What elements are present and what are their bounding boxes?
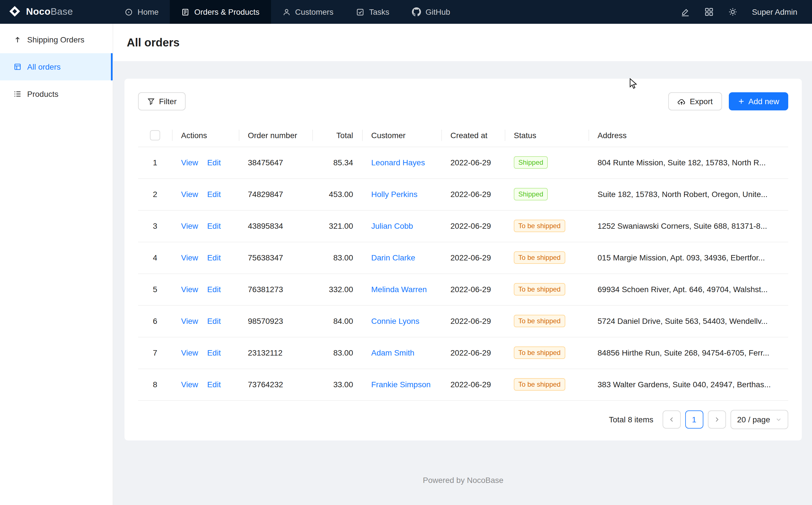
row-index-cell: 3 [138,210,172,242]
top-navbar: NocoBase Home Orders & Products [0,0,812,24]
customer-link[interactable]: Melinda Warren [371,285,427,294]
address-cell: 5724 Daniel Drive, Suite 563, 54403, Wen… [588,305,788,337]
pagination-total: Total 8 items [609,415,653,424]
status-cell: To be shipped [505,368,588,400]
status-cell: To be shipped [505,305,588,337]
prev-page-button[interactable] [662,410,681,428]
next-page-button[interactable] [708,410,726,428]
apps-grid-icon[interactable] [705,7,714,16]
settings-gear-icon[interactable] [728,7,737,16]
row-index: 3 [153,221,157,230]
edit-link[interactable]: Edit [207,317,221,326]
status-cell: To be shipped [505,242,588,274]
customer-cell: Melinda Warren [362,274,441,305]
customer-link[interactable]: Darin Clarke [371,253,415,262]
table-body: 1 View Edit 38475647 85.34 Leonard Hayes… [138,147,788,400]
customer-link[interactable]: Leonard Hayes [371,158,425,167]
total-cell: 85.34 [312,147,362,178]
sidebar-item-all-orders[interactable]: All orders [0,53,112,80]
view-link[interactable]: View [181,190,198,199]
edit-link[interactable]: Edit [207,253,221,262]
order-number-cell: 98570923 [239,305,312,337]
table-row: 3 View Edit 43895834 321.00 Julian Cobb … [138,210,788,242]
view-link[interactable]: View [181,348,198,357]
order-number-cell: 74829847 [239,178,312,210]
row-index-cell: 5 [138,274,172,305]
sidebar-item-label: Products [27,90,58,99]
view-link[interactable]: View [181,253,198,262]
table-header-row: Actions Order number Total Customer Crea… [138,124,788,147]
nav-item-label: Tasks [369,7,389,16]
column-header-actions: Actions [172,124,239,147]
address-cell: 69934 Schoen River, Apt. 646, 49704, Wal… [588,274,788,305]
nav-item-github[interactable]: GitHub [400,0,462,24]
nav-item-orders-products[interactable]: Orders & Products [170,0,271,24]
row-index-cell: 4 [138,242,172,274]
edit-link[interactable]: Edit [207,285,221,294]
row-index: 6 [153,317,157,326]
row-index-cell: 1 [138,147,172,178]
order-number-cell: 73764232 [239,368,312,400]
page-1-button[interactable]: 1 [685,410,703,428]
sidebar-item-shipping-orders[interactable]: Shipping Orders [0,26,112,53]
filter-button[interactable]: Filter [138,92,186,111]
page-size-label: 20 / page [737,415,770,424]
app-root: NocoBase Home Orders & Products [0,0,812,505]
customer-link[interactable]: Adam Smith [371,348,415,357]
page-size-select[interactable]: 20 / page [730,409,788,429]
status-cell: To be shipped [505,337,588,368]
customer-cell: Julian Cobb [362,210,441,242]
column-header-select [138,124,172,147]
filter-icon [147,98,155,105]
export-button[interactable]: Export [668,92,722,111]
customer-link[interactable]: Julian Cobb [371,221,413,230]
row-index: 5 [153,285,157,294]
row-index-cell: 6 [138,305,172,337]
column-header-customer: Customer [362,124,441,147]
column-header-order-number: Order number [239,124,312,147]
plus-icon [738,98,744,105]
customer-link[interactable]: Connie Lyons [371,317,419,326]
edit-link[interactable]: Edit [207,221,221,230]
edit-link[interactable]: Edit [207,190,221,199]
table-row: 7 View Edit 23132112 83.00 Adam Smith 20… [138,337,788,368]
view-link[interactable]: View [181,285,198,294]
edit-link[interactable]: Edit [207,348,221,357]
select-all-checkbox[interactable] [150,130,160,140]
row-index-cell: 8 [138,368,172,400]
nav-item-tasks[interactable]: Tasks [345,0,400,24]
github-icon [412,7,421,16]
sidebar-item-products[interactable]: Products [0,80,112,108]
actions-cell: View Edit [172,242,239,274]
edit-link[interactable]: Edit [207,158,221,167]
row-index: 1 [153,158,157,167]
status-badge: To be shipped [514,283,565,296]
column-header-status: Status [505,124,588,147]
chevron-down-icon [776,416,781,422]
status-badge: To be shipped [514,251,565,264]
row-index: 7 [153,348,157,357]
customer-link[interactable]: Frankie Simpson [371,380,431,389]
list-icon [14,90,21,98]
add-new-button[interactable]: Add new [729,92,788,111]
brand[interactable]: NocoBase [0,0,113,24]
main-area: All orders Filter [113,24,812,505]
view-link[interactable]: View [181,221,198,230]
view-link[interactable]: View [181,158,198,167]
view-link[interactable]: View [181,317,198,326]
address-cell: 383 Walter Gardens, Suite 040, 24947, Be… [588,368,788,400]
orders-table: Actions Order number Total Customer Crea… [138,124,788,400]
address-cell: 015 Margie Mission, Apt. 093, 34936, Ebe… [588,242,788,274]
customer-cell: Leonard Hayes [362,147,441,178]
created-at-cell: 2022-06-29 [441,147,505,178]
nav-item-customers[interactable]: Customers [271,0,345,24]
nav-item-home[interactable]: Home [113,0,170,24]
view-link[interactable]: View [181,380,198,389]
highlighter-icon[interactable] [681,7,690,16]
customer-link[interactable]: Holly Perkins [371,190,417,199]
edit-link[interactable]: Edit [207,380,221,389]
arrow-up-icon [14,36,21,44]
customer-cell: Holly Perkins [362,178,441,210]
table-row: 2 View Edit 74829847 453.00 Holly Perkin… [138,178,788,210]
user-name[interactable]: Super Admin [752,7,797,16]
